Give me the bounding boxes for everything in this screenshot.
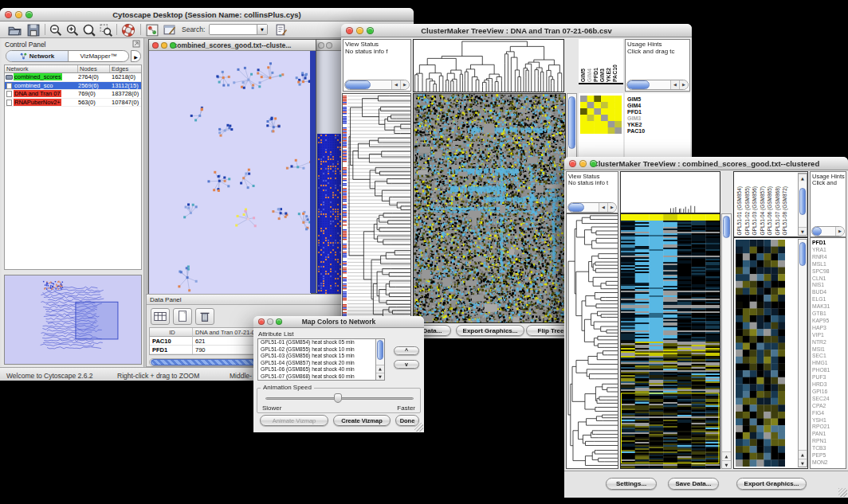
move-attribute-down-button[interactable]: v (394, 360, 419, 369)
birdseye-view[interactable] (4, 275, 142, 365)
array-column-label[interactable]: GPL51-04 (GSM857) (760, 186, 765, 235)
dense-network-canvas[interactable] (317, 134, 343, 303)
zoom-window-icon[interactable] (26, 11, 33, 18)
minimize-icon[interactable] (161, 42, 167, 49)
network-editor-icon[interactable] (163, 23, 177, 37)
gene-label[interactable]: RPO21 (812, 424, 830, 429)
network-list-row[interactable]: combined_sco2569(6)13112(15) (5, 82, 141, 91)
treeview-button-settings[interactable]: Settings... (606, 478, 657, 490)
vizmapper-icon[interactable] (145, 23, 159, 37)
tab-overflow-button[interactable]: ▶ (131, 50, 141, 62)
row-dendrogram-canvas[interactable] (567, 214, 618, 468)
attribute-list-vscrollbar[interactable]: ▲ ▼ (375, 339, 384, 380)
gene-label[interactable]: RNR4 (812, 254, 827, 260)
row-dendrogram-panel[interactable] (566, 213, 618, 469)
treeview-button-export-graphics[interactable]: Export Graphics... (736, 478, 807, 490)
birdseye-canvas[interactable] (5, 275, 141, 364)
global-heatmap-panel[interactable] (620, 213, 720, 469)
global-heatmap-vscrollbar[interactable]: ▲ ▼ (721, 213, 732, 469)
close-icon[interactable] (5, 11, 12, 18)
gene-label[interactable]: HRD3 (812, 381, 827, 387)
scrollbar-thumb[interactable] (345, 80, 371, 89)
close-icon[interactable] (152, 42, 159, 49)
array-column-label[interactable]: GPL51-03 (GSM856) (752, 186, 757, 235)
zoom-window-icon[interactable] (367, 27, 374, 34)
dialog-button-create-vizmap[interactable]: Create Vizmap (333, 415, 391, 426)
scroll-up-arrow-icon[interactable]: ▲ (376, 365, 384, 372)
matrix-column-label[interactable]: GIM3 (599, 68, 605, 82)
scroll-left-arrow-icon[interactable]: ◀ (670, 80, 679, 89)
matrix-column-label[interactable]: GIM4 (587, 68, 592, 82)
gene-label[interactable]: SPC98 (812, 268, 830, 274)
minimize-icon[interactable] (15, 11, 22, 18)
zoom-selected-region-icon[interactable] (99, 23, 113, 37)
view-status-hscrollbar[interactable]: ◀▶ (567, 202, 617, 213)
tab-network[interactable]: Network (6, 51, 69, 61)
gene-label[interactable]: PAN1 (812, 431, 826, 436)
gene-label[interactable]: TCB3 (812, 445, 826, 451)
attribute-list-item[interactable]: GPL51-03 (GSM856) heat shock 15 min (259, 353, 375, 360)
help-lifesaver-icon[interactable] (121, 23, 135, 37)
matrix-row-label[interactable]: GIM4 (627, 103, 641, 108)
column-dendrogram-panel[interactable] (620, 171, 720, 213)
gene-label[interactable]: GTB1 (812, 311, 826, 316)
matrix-row-label[interactable]: GIM5 (627, 96, 641, 102)
scroll-right-arrow-icon[interactable]: ▶ (607, 203, 616, 212)
correlation-matrix-canvas[interactable] (580, 96, 622, 134)
gene-label[interactable]: NIS1 (812, 282, 824, 287)
gene-label[interactable]: PFD1 (812, 240, 826, 245)
attribute-list[interactable]: GPL51-01 (GSM854) heat shock 05 minGPL51… (257, 338, 385, 381)
scroll-left-arrow-icon[interactable]: ◀ (391, 80, 400, 89)
matrix-column-label[interactable]: GIM5 (580, 68, 586, 82)
network-frame-titlebar[interactable]: combined_scores_good.txt--cluste... (149, 40, 316, 51)
delete-attribute-icon[interactable] (195, 308, 214, 325)
network-list-row[interactable]: combined_scores2764(0)16218(0) (5, 73, 141, 82)
row-dendrogram-panel[interactable] (342, 93, 411, 323)
network-list-row[interactable]: DNA and Tran 07769(0)183728(0) (5, 90, 141, 99)
scroll-down-arrow-icon[interactable]: ▼ (799, 459, 807, 467)
array-labels-vscrollbar[interactable]: ▲ ▼ (798, 173, 807, 236)
heatmap-canvas[interactable] (414, 94, 565, 322)
array-column-label[interactable]: GPL51-06 (GSM865) (767, 186, 772, 235)
minimize-icon[interactable] (579, 160, 587, 167)
scroll-up-arrow-icon[interactable]: ▲ (799, 450, 807, 458)
gene-label[interactable]: SEC1 (812, 353, 826, 358)
treeview-button-export-graphics[interactable]: Export Graphics... (456, 325, 524, 336)
zoom-fit-icon[interactable] (82, 23, 96, 37)
gene-label[interactable]: CPA2 (812, 403, 826, 408)
scrollbar-thumb[interactable] (799, 188, 806, 215)
zoom-in-icon[interactable] (65, 23, 80, 37)
scroll-right-arrow-icon[interactable]: ▶ (400, 80, 409, 89)
gene-label[interactable]: MON2 (812, 459, 828, 465)
gene-label[interactable]: MSL1 (812, 261, 826, 267)
network-list-row[interactable]: RNAPuberNov2+563(0)107847(0) (5, 99, 141, 107)
search-input[interactable]: ▼ (209, 24, 268, 35)
gene-label[interactable]: BUD4 (812, 289, 826, 295)
heatmap-panel[interactable] (413, 93, 566, 323)
close-icon[interactable] (569, 160, 576, 167)
scrollbar-thumb[interactable] (568, 96, 575, 149)
new-attribute-icon[interactable] (173, 308, 192, 325)
open-session-icon[interactable] (7, 23, 22, 37)
gene-label[interactable]: PEP5 (812, 452, 826, 458)
slider-thumb[interactable] (334, 393, 342, 403)
gene-label[interactable]: GPI16 (812, 389, 827, 394)
matrix-row-label[interactable]: GIM3 (627, 115, 641, 121)
matrix-row-label[interactable]: YKE2 (627, 122, 642, 127)
zoom-heatmap-canvas[interactable] (736, 240, 785, 467)
tab-vizmapper[interactable]: VizMapper™ (69, 51, 128, 61)
gene-label[interactable]: MAK31 (812, 303, 830, 309)
scroll-down-arrow-icon[interactable]: ▼ (376, 373, 384, 380)
treeview-combined-titlebar[interactable]: ClusterMaker TreeView : combined_scores_… (564, 157, 848, 170)
global-heatmap-canvas[interactable] (621, 214, 720, 468)
attribute-list-item[interactable]: GPL51-04 (GSM857) heat shock 20 min (259, 360, 375, 367)
background-frame-titlebar[interactable] (316, 40, 343, 51)
scroll-right-arrow-icon[interactable]: ▶ (835, 227, 844, 236)
zoom-heatmap-vscrollbar[interactable]: ▲ ▼ (798, 239, 807, 467)
column-dendrogram-panel[interactable] (413, 39, 564, 92)
scrollbar-thumb[interactable] (723, 216, 730, 238)
resize-grip[interactable] (414, 423, 423, 432)
gene-label[interactable]: YSH1 (812, 417, 826, 423)
scrollbar-thumb[interactable] (799, 242, 806, 266)
gene-label[interactable]: NTR2 (812, 339, 826, 345)
